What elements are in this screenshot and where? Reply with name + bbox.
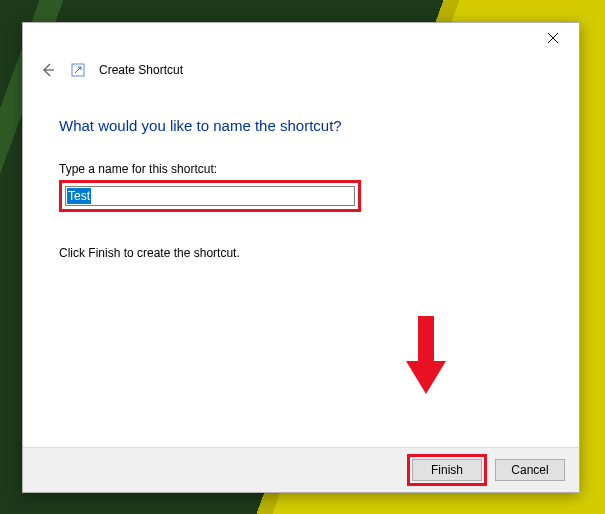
finish-highlight-annotation: Finish — [407, 454, 487, 486]
titlebar — [23, 23, 579, 53]
create-shortcut-dialog: Create Shortcut What would you like to n… — [22, 22, 580, 493]
cancel-button[interactable]: Cancel — [495, 459, 565, 481]
back-button[interactable] — [39, 61, 57, 79]
wizard-header: Create Shortcut — [23, 53, 579, 87]
wizard-content: What would you like to name the shortcut… — [23, 87, 579, 447]
finish-button[interactable]: Finish — [412, 459, 482, 481]
desktop-background: Create Shortcut What would you like to n… — [0, 0, 605, 514]
close-icon — [548, 33, 558, 43]
wizard-title: Create Shortcut — [99, 63, 183, 77]
shortcut-name-input[interactable] — [65, 186, 355, 206]
close-button[interactable] — [533, 24, 573, 52]
input-highlight-annotation: Test — [59, 180, 361, 212]
page-heading: What would you like to name the shortcut… — [59, 117, 543, 134]
wizard-footer: Finish Cancel — [23, 447, 579, 492]
finish-hint: Click Finish to create the shortcut. — [59, 246, 543, 260]
arrow-left-icon — [40, 62, 56, 78]
shortcut-icon — [71, 63, 85, 77]
input-label: Type a name for this shortcut: — [59, 162, 543, 176]
